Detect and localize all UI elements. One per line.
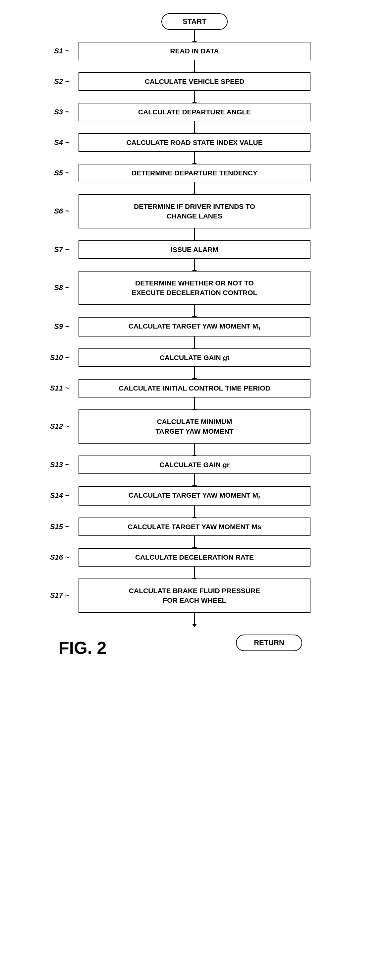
step-label-s12: S12 ~ (45, 422, 75, 431)
arrow-10 (194, 367, 195, 379)
step-row-s2: S2 ~ CALCULATE VEHICLE SPEED (45, 72, 344, 91)
arrow-5 (194, 182, 195, 194)
step-label-s2: S2 ~ (45, 77, 75, 86)
step-row-s16: S16 ~ CALCULATE DECELERATION RATE (45, 548, 344, 566)
step-label-s11: S11 ~ (45, 384, 75, 393)
process-s7: ISSUE ALARM (79, 240, 310, 259)
step-label-s15: S15 ~ (45, 522, 75, 531)
process-s5: DETERMINE DEPARTURE TENDENCY (79, 164, 310, 182)
start-row: START (45, 13, 344, 30)
process-s17: CALCULATE BRAKE FLUID PRESSUREFOR EACH W… (79, 579, 310, 612)
arrow-11 (194, 398, 195, 409)
arrow-17 (194, 612, 195, 625)
step-row-s10: S10 ~ CALCULATE GAIN gt (45, 348, 344, 367)
step-row-s13: S13 ~ CALCULATE GAIN gr (45, 455, 344, 474)
step-row-s3: S3 ~ CALCULATE DEPARTURE ANGLE (45, 103, 344, 121)
step-label-s6: S6 ~ (45, 207, 75, 215)
process-s15: CALCULATE TARGET YAW MOMENT Ms (79, 517, 310, 536)
step-row-s1: S1 ~ READ IN DATA (45, 42, 344, 60)
step-label-s10: S10 ~ (45, 353, 75, 362)
process-s3: CALCULATE DEPARTURE ANGLE (79, 103, 310, 121)
step-label-s17: S17 ~ (45, 591, 75, 600)
step-row-s12: S12 ~ CALCULATE MINIMUMTARGET YAW MOMENT (45, 409, 344, 444)
process-s6: DETERMINE IF DRIVER INTENDS TOCHANGE LAN… (79, 194, 310, 228)
process-s11: CALCULATE INITIAL CONTROL TIME PERIOD (79, 379, 310, 398)
step-label-s3: S3 ~ (45, 108, 75, 116)
step-row-s14: S14 ~ CALCULATE TARGET YAW MOMENT M2 (45, 486, 344, 506)
step-row-s11: S11 ~ CALCULATE INITIAL CONTROL TIME PER… (45, 379, 344, 398)
process-s16: CALCULATE DECELERATION RATE (79, 548, 310, 566)
arrow-14 (194, 506, 195, 517)
process-s4: CALCULATE ROAD STATE INDEX VALUE (79, 133, 310, 152)
step-label-s1: S1 ~ (45, 47, 75, 56)
arrow-2 (194, 91, 195, 103)
arrow-13 (194, 474, 195, 486)
arrow-0 (194, 30, 195, 42)
step-row-s4: S4 ~ CALCULATE ROAD STATE INDEX VALUE (45, 133, 344, 152)
process-s10: CALCULATE GAIN gt (79, 348, 310, 367)
step-row-s8: S8 ~ DETERMINE WHETHER OR NOT TOEXECUTE … (45, 271, 344, 305)
arrow-9 (194, 337, 195, 348)
arrow-12 (194, 444, 195, 455)
arrow-15 (194, 536, 195, 548)
step-row-s17: S17 ~ CALCULATE BRAKE FLUID PRESSUREFOR … (45, 579, 344, 612)
step-label-s16: S16 ~ (45, 553, 75, 562)
step-row-s5: S5 ~ DETERMINE DEPARTURE TENDENCY (45, 164, 344, 182)
arrow-1 (194, 60, 195, 72)
step-label-s5: S5 ~ (45, 169, 75, 177)
step-label-s7: S7 ~ (45, 245, 75, 254)
bottom-row: FIG. 2 RETURN (45, 628, 344, 658)
process-s8: DETERMINE WHETHER OR NOT TOEXECUTE DECEL… (79, 271, 310, 305)
arrow-4 (194, 152, 195, 164)
arrow-16 (194, 566, 195, 579)
process-s2: CALCULATE VEHICLE SPEED (79, 72, 310, 91)
step-label-s14: S14 ~ (45, 491, 75, 500)
start-terminal: START (161, 13, 228, 30)
diagram-container: START S1 ~ READ IN DATA S2 ~ CALCULATE V… (45, 13, 344, 967)
process-s1: READ IN DATA (79, 42, 310, 60)
step-label-s8: S8 ~ (45, 283, 75, 292)
return-terminal: RETURN (236, 635, 302, 651)
step-row-s9: S9 ~ CALCULATE TARGET YAW MOMENT M1 (45, 317, 344, 337)
step-row-s7: S7 ~ ISSUE ALARM (45, 240, 344, 259)
process-s9: CALCULATE TARGET YAW MOMENT M1 (79, 317, 310, 337)
arrow-6 (194, 228, 195, 240)
step-label-s13: S13 ~ (45, 460, 75, 469)
arrow-3 (194, 121, 195, 133)
step-label-s9: S9 ~ (45, 322, 75, 331)
arrow-7 (194, 259, 195, 271)
process-s13: CALCULATE GAIN gr (79, 455, 310, 474)
process-s12: CALCULATE MINIMUMTARGET YAW MOMENT (79, 409, 310, 444)
flowchart: START S1 ~ READ IN DATA S2 ~ CALCULATE V… (45, 13, 344, 658)
step-label-s4: S4 ~ (45, 138, 75, 147)
arrow-8 (194, 305, 195, 317)
step-row-s15: S15 ~ CALCULATE TARGET YAW MOMENT Ms (45, 517, 344, 536)
fig-label: FIG. 2 (59, 638, 106, 658)
process-s14: CALCULATE TARGET YAW MOMENT M2 (79, 486, 310, 506)
step-row-s6: S6 ~ DETERMINE IF DRIVER INTENDS TOCHANG… (45, 194, 344, 228)
